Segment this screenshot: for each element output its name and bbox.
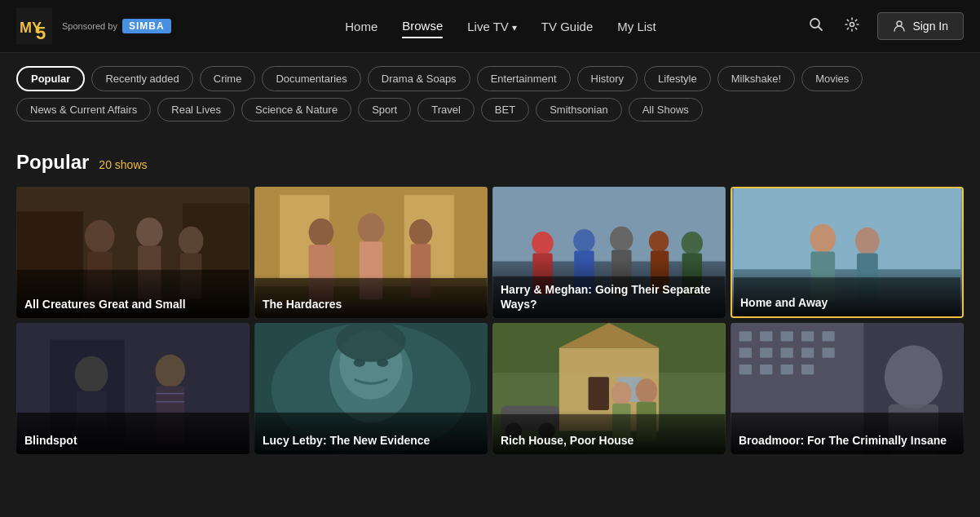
filter-sport[interactable]: Sport xyxy=(358,98,411,122)
svg-rect-84 xyxy=(739,331,752,341)
svg-text:5: 5 xyxy=(36,23,46,43)
filter-movies[interactable]: Movies xyxy=(801,66,863,91)
nav-my-list[interactable]: My List xyxy=(617,15,656,38)
svg-point-21 xyxy=(309,219,334,247)
popular-section-header: Popular 20 shows xyxy=(16,151,964,174)
show-card-broadmoor[interactable]: Broadmoor: For The Criminally Insane xyxy=(731,323,964,454)
search-button[interactable] xyxy=(806,14,827,39)
content-area: Popular 20 shows xyxy=(0,135,980,475)
settings-button[interactable] xyxy=(841,14,863,39)
svg-point-10 xyxy=(85,220,115,254)
filter-crime[interactable]: Crime xyxy=(200,66,256,91)
show-card-homeaway[interactable]: Home and Away xyxy=(731,187,964,318)
show-title: The Hardacres xyxy=(254,274,488,318)
filter-all-shows[interactable]: All Shows xyxy=(629,98,703,122)
show-title: All Creatures Great and Small xyxy=(16,274,249,318)
svg-point-31 xyxy=(532,232,553,255)
simba-logo: SIMBA xyxy=(122,19,171,33)
show-title: Broadmoor: For The Criminally Insane xyxy=(731,410,964,454)
filter-lifestyle[interactable]: Lifestyle xyxy=(644,66,711,91)
svg-rect-95 xyxy=(760,365,772,374)
svg-rect-89 xyxy=(739,347,752,357)
filter-science-nature[interactable]: Science & Nature xyxy=(241,98,351,122)
show-card-harrymeghan[interactable]: Harry & Meghan: Going Their Separate Way… xyxy=(492,187,726,318)
filter-section: Popular Recently added Crime Documentari… xyxy=(0,53,980,135)
filter-news-current[interactable]: News & Current Affairs xyxy=(16,98,151,122)
gear-icon xyxy=(845,17,859,32)
show-card-richhousepoorhouse[interactable]: Rich House, Poor House xyxy=(492,323,726,454)
filter-recently-added[interactable]: Recently added xyxy=(91,66,192,91)
svg-point-33 xyxy=(573,229,594,253)
filter-documentaries[interactable]: Documentaries xyxy=(262,66,360,91)
svg-rect-91 xyxy=(781,347,793,357)
show-title: Home and Away xyxy=(732,272,962,316)
svg-point-76 xyxy=(636,378,657,404)
search-icon xyxy=(809,17,823,32)
svg-rect-72 xyxy=(589,377,609,410)
live-tv-chevron xyxy=(512,20,517,33)
filter-bet[interactable]: BET xyxy=(481,98,529,122)
svg-point-14 xyxy=(179,227,204,255)
svg-rect-90 xyxy=(760,347,772,357)
main-nav: Home Browse Live TV TV Guide My List xyxy=(196,15,806,38)
show-title: Blindspot xyxy=(16,410,249,454)
section-title: Popular xyxy=(16,151,89,174)
svg-point-12 xyxy=(136,218,163,248)
svg-point-25 xyxy=(409,219,433,246)
show-card-hardacres[interactable]: The Hardacres xyxy=(254,187,488,318)
svg-rect-94 xyxy=(739,365,752,374)
filter-row-1: Popular Recently added Crime Documentari… xyxy=(16,66,964,91)
svg-rect-88 xyxy=(822,331,834,341)
filter-milkshake[interactable]: Milkshake! xyxy=(717,66,795,91)
svg-point-5 xyxy=(850,22,854,26)
filter-travel[interactable]: Travel xyxy=(417,98,475,122)
person-icon xyxy=(893,20,906,33)
svg-point-98 xyxy=(885,345,942,408)
site-header: MY 5 Sponsored by SIMBA Home Browse Live… xyxy=(0,0,980,53)
svg-rect-92 xyxy=(801,347,814,357)
svg-rect-96 xyxy=(781,365,793,374)
svg-point-54 xyxy=(155,355,185,388)
svg-rect-97 xyxy=(801,365,814,374)
svg-line-4 xyxy=(819,26,823,30)
filter-popular[interactable]: Popular xyxy=(16,66,85,91)
svg-point-52 xyxy=(75,356,108,393)
svg-rect-93 xyxy=(822,347,834,357)
section-count: 20 shows xyxy=(99,158,147,171)
svg-point-47 xyxy=(855,228,880,255)
sign-in-button[interactable]: Sign In xyxy=(877,12,964,40)
show-title: Rich House, Poor House xyxy=(492,410,726,454)
filter-drama-soaps[interactable]: Drama & Soaps xyxy=(368,66,470,91)
filter-real-lives[interactable]: Real Lives xyxy=(157,98,235,122)
sponsored-label: Sponsored by xyxy=(62,21,117,31)
filter-smithsonian[interactable]: Smithsonian xyxy=(536,98,622,122)
nav-live-tv[interactable]: Live TV xyxy=(467,15,517,38)
nav-browse[interactable]: Browse xyxy=(402,15,443,38)
sign-in-label: Sign In xyxy=(912,20,948,33)
svg-point-45 xyxy=(810,224,836,254)
show-title: Lucy Letby: The New Evidence xyxy=(254,410,488,454)
svg-rect-87 xyxy=(801,331,814,341)
svg-point-37 xyxy=(649,231,669,252)
svg-point-74 xyxy=(611,382,631,405)
filter-history[interactable]: History xyxy=(577,66,638,91)
my5-logo: MY 5 xyxy=(16,8,52,44)
nav-tv-guide[interactable]: TV Guide xyxy=(541,15,593,38)
sponsor-area: Sponsored by SIMBA xyxy=(62,19,171,33)
svg-rect-43 xyxy=(734,188,960,269)
show-card-blindspot[interactable]: Blindspot xyxy=(16,323,249,454)
svg-point-35 xyxy=(610,227,633,252)
logo-area: MY 5 Sponsored by SIMBA xyxy=(16,8,171,44)
filter-row-2: News & Current Affairs Real Lives Scienc… xyxy=(16,98,964,122)
svg-point-6 xyxy=(897,21,902,26)
header-actions: Sign In xyxy=(806,12,964,40)
svg-point-23 xyxy=(358,214,385,244)
svg-rect-85 xyxy=(760,331,772,341)
shows-grid-row2: Blindspot xyxy=(16,323,964,454)
nav-home[interactable]: Home xyxy=(345,15,377,38)
show-card-allcreatures[interactable]: All Creatures Great and Small xyxy=(16,187,249,318)
filter-entertainment[interactable]: Entertainment xyxy=(477,66,571,91)
show-card-lucyletby[interactable]: Lucy Letby: The New Evidence xyxy=(254,323,488,454)
show-title: Harry & Meghan: Going Their Separate Way… xyxy=(492,259,726,318)
svg-point-39 xyxy=(682,232,703,255)
